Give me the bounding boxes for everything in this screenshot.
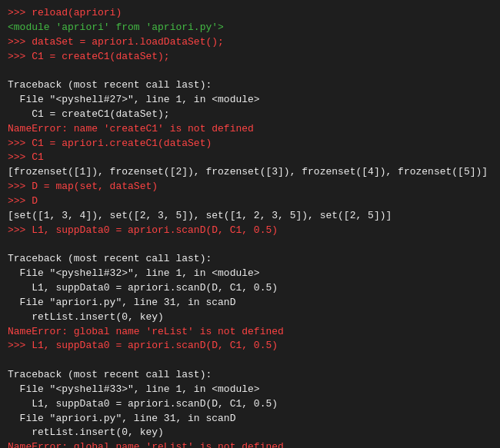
terminal: >>> reload(apriori) <module 'apriori' fr… — [0, 0, 500, 448]
line-17: File "<pyshell#32>", line 1, in <module> — [8, 267, 492, 281]
line-28: NameError: global name 'reList' is not d… — [8, 440, 492, 448]
line-2: <module 'apriori' from 'apriori.py'> — [8, 21, 492, 35]
line-13: >>> D — [8, 194, 492, 209]
line-7: C1 = createC1(dataSet); — [8, 108, 492, 122]
line-9: >>> C1 = apriori.createC1(dataSet) — [8, 137, 492, 151]
line-22: >>> L1, suppData0 = apriori.scanD(D, C1,… — [8, 339, 492, 353]
line-27: retList.insert(0, key) — [8, 426, 492, 440]
line-1: >>> reload(apriori) — [8, 6, 492, 21]
blank-2 — [8, 238, 492, 253]
line-10: >>> C1 — [8, 151, 492, 165]
line-11: [frozenset([1]), frozenset([2]), frozens… — [8, 165, 492, 180]
line-21: NameError: global name 'reList' is not d… — [8, 325, 492, 340]
line-12: >>> D = map(set, dataSet) — [8, 180, 492, 194]
line-20: retList.insert(0, key) — [8, 310, 492, 325]
blank-1 — [8, 64, 492, 78]
line-18: L1, suppData0 = apriori.scanD(D, C1, 0.5… — [8, 281, 492, 296]
line-16: Traceback (most recent call last): — [8, 252, 492, 267]
line-23: Traceback (most recent call last): — [8, 368, 492, 383]
line-6: File "<pyshell#27>", line 1, in <module> — [8, 93, 492, 108]
line-3: >>> dataSet = apriori.loadDataSet(); — [8, 35, 492, 50]
line-24: File "<pyshell#33>", line 1, in <module> — [8, 383, 492, 397]
line-26: File "apriori.py", line 31, in scanD — [8, 412, 492, 426]
blank-3 — [8, 353, 492, 368]
line-19: File "apriori.py", line 31, in scanD — [8, 296, 492, 310]
line-4: >>> C1 = createC1(dataSet); — [8, 50, 492, 65]
line-25: L1, suppData0 = apriori.scanD(D, C1, 0.5… — [8, 397, 492, 412]
line-5: Traceback (most recent call last): — [8, 78, 492, 93]
line-14: [set([1, 3, 4]), set([2, 3, 5]), set([1,… — [8, 209, 492, 224]
line-8: NameError: name 'createC1' is not define… — [8, 122, 492, 137]
line-15: >>> L1, suppData0 = apriori.scanD(D, C1,… — [8, 224, 492, 238]
